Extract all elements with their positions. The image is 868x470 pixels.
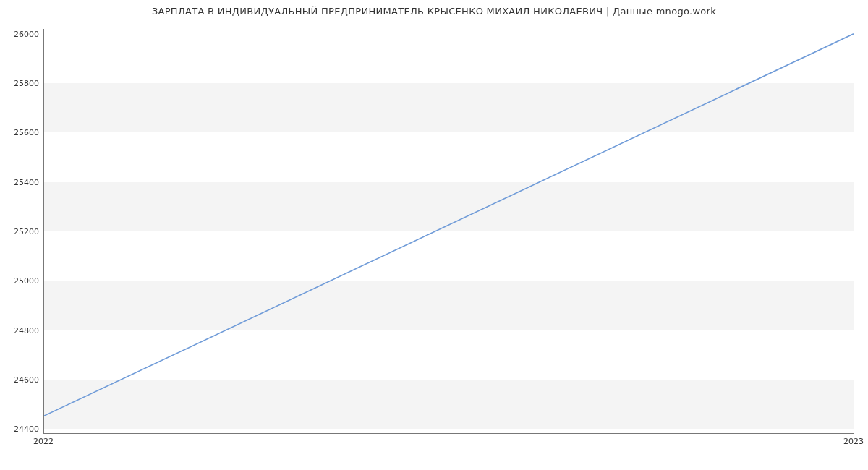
y-tick-label: 24400 xyxy=(3,424,39,434)
y-tick-label: 25600 xyxy=(3,128,39,137)
line-series xyxy=(44,29,854,433)
chart-title: ЗАРПЛАТА В ИНДИВИДУАЛЬНЫЙ ПРЕДПРИНИМАТЕЛ… xyxy=(0,6,868,17)
y-tick-label: 25200 xyxy=(3,227,39,236)
y-tick-label: 25400 xyxy=(3,177,39,187)
y-tick-label: 25000 xyxy=(3,276,39,286)
y-tick-label: 25800 xyxy=(3,79,39,88)
chart-container: ЗАРПЛАТА В ИНДИВИДУАЛЬНЫЙ ПРЕДПРИНИМАТЕЛ… xyxy=(0,0,868,470)
plot-area xyxy=(43,29,854,434)
x-tick-label: 2023 xyxy=(843,437,864,446)
y-tick-label: 26000 xyxy=(3,29,39,38)
y-tick-label: 24800 xyxy=(3,325,39,335)
x-tick-label: 2022 xyxy=(33,437,54,446)
y-tick-label: 24600 xyxy=(3,375,39,384)
